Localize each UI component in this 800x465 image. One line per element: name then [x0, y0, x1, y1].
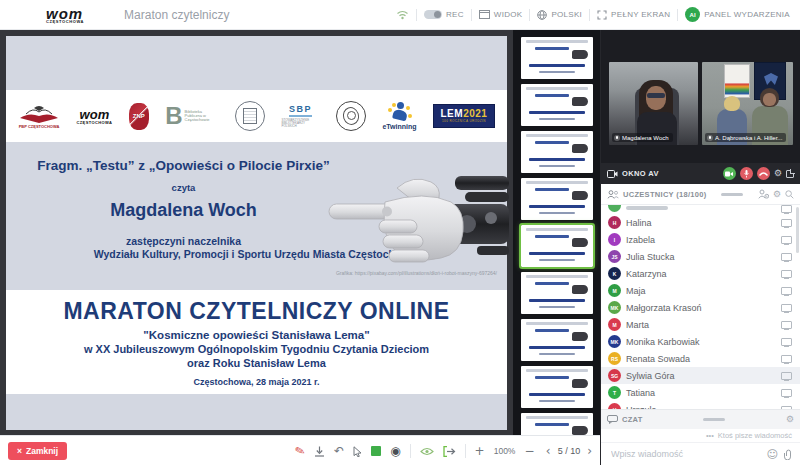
- zoom-in-button[interactable]: +: [475, 445, 485, 457]
- monitor-icon: [781, 338, 792, 346]
- emoji-icon[interactable]: ☺: [767, 449, 778, 460]
- top-bar: wom CZĘSTOCHOWA Maraton czytelniczy REC …: [0, 0, 800, 30]
- monitor-icon: [781, 304, 792, 312]
- slide-thumbnail-6[interactable]: [521, 272, 593, 314]
- participants-header: UCZESTNICY (18/100) ⚙: [601, 184, 800, 205]
- attachment-icon[interactable]: [783, 449, 792, 460]
- participant-row-partial[interactable]: [601, 205, 800, 214]
- ai-avatar: AI: [685, 7, 700, 22]
- slide-thumbnail-7[interactable]: [521, 319, 593, 361]
- logo-biblioteka-pedagogiczna-stamp: [235, 101, 265, 131]
- participant-row[interactable]: HHalina: [601, 214, 800, 231]
- wom-logo-city: CZĘSTOCHOWA: [46, 20, 84, 24]
- divider: [416, 9, 417, 21]
- slide-subtitle-1: "Kosmiczne opowieści Stanisława Lema": [6, 329, 507, 341]
- pointer-icon[interactable]: [353, 446, 362, 457]
- rec-toggle-switch[interactable]: [424, 10, 442, 19]
- search-icon[interactable]: [785, 190, 794, 199]
- video-tile-1[interactable]: Magdalena Woch: [609, 62, 698, 145]
- participant-avatar: RS: [608, 352, 621, 365]
- monitor-icon: [781, 389, 792, 397]
- popout-icon[interactable]: [786, 170, 794, 178]
- slide-thumbnail-5[interactable]: [521, 225, 593, 267]
- slide-date: Częstochowa, 28 maja 2021 r.: [6, 377, 507, 387]
- participant-name: Tatiana: [626, 388, 655, 398]
- slide-bottom-band: [6, 394, 507, 430]
- next-slide-button[interactable]: ›: [587, 445, 592, 457]
- participants-scrollbar[interactable]: [796, 207, 799, 253]
- slide-thumbnail-1[interactable]: [521, 37, 593, 79]
- close-button[interactable]: ×Zamknij: [8, 442, 67, 460]
- participant-name: Małgorzata Krasoń: [626, 303, 702, 313]
- side-panel: Magdalena Woch A. Dąbrowska i A. Hiller.…: [600, 30, 800, 465]
- participant-row[interactable]: MMarta: [601, 316, 800, 333]
- globe-icon: [537, 10, 547, 20]
- slide-thumbnail-8[interactable]: [521, 366, 593, 408]
- color-swatch[interactable]: [371, 446, 381, 456]
- chat-message-input[interactable]: [609, 448, 762, 460]
- participant-avatar: I: [608, 233, 621, 246]
- mic-off-button[interactable]: [740, 167, 753, 180]
- participant-row[interactable]: MKMałgorzata Krasoń: [601, 299, 800, 316]
- participant-avatar: K: [608, 267, 621, 280]
- drag-handle[interactable]: [721, 193, 743, 196]
- wom-logo: wom CZĘSTOCHOWA: [46, 6, 84, 24]
- hang-up-button[interactable]: [757, 167, 770, 180]
- divider: [410, 444, 411, 458]
- reader-role-line1: zastępczyni naczelnika: [6, 235, 361, 247]
- participant-avatar: [608, 205, 621, 212]
- current-slide: PBP CZĘSTOCHOWA wom CZĘSTOCHOWA ZNP B Bi…: [6, 36, 507, 430]
- mic-icon: [614, 135, 620, 141]
- av-settings-gear-icon[interactable]: ⚙: [774, 169, 782, 178]
- view-menu[interactable]: WIDOK: [479, 10, 523, 19]
- participant-row[interactable]: KKatarzyna: [601, 265, 800, 282]
- participant-row[interactable]: UUrszula: [601, 401, 800, 409]
- chat-bubble-icon: [607, 415, 618, 424]
- fragment-title: Fragm. „Testu” z „Opowieści o Pilocie Pi…: [6, 158, 361, 173]
- camera-on-button[interactable]: [723, 167, 736, 180]
- user-settings-icon[interactable]: [758, 189, 769, 199]
- participant-row[interactable]: IIzabela: [601, 231, 800, 248]
- laser-pointer-icon[interactable]: ◉: [390, 445, 400, 457]
- language-menu[interactable]: POLSKI: [537, 10, 582, 20]
- participant-row[interactable]: RSRenata Sowada: [601, 350, 800, 367]
- slide-logos-row: PBP CZĘSTOCHOWA wom CZĘSTOCHOWA ZNP B Bi…: [6, 90, 507, 142]
- participants-settings-gear-icon[interactable]: ⚙: [773, 190, 781, 199]
- slide-subtitle-3: oraz Roku Stanisław Lema: [6, 357, 507, 369]
- event-panel-button[interactable]: AIPANEL WYDARZENIA: [685, 7, 790, 22]
- top-bar-controls: REC WIDOK POLSKI PEŁNY EKRAN AIPANEL WYD…: [396, 7, 790, 22]
- view-label: WIDOK: [494, 10, 523, 19]
- fullscreen-button[interactable]: PEŁNY EKRAN: [597, 10, 670, 20]
- slide-thumbnail-9[interactable]: [521, 413, 593, 435]
- participant-name-clipped: [626, 206, 668, 210]
- eye-icon[interactable]: [420, 447, 434, 456]
- participant-row[interactable]: MMaja: [601, 282, 800, 299]
- participant-row[interactable]: TTatiana: [601, 384, 800, 401]
- logo-etwinning: eTwinning: [382, 102, 416, 130]
- participant-row[interactable]: MKMonika Karbowiak: [601, 333, 800, 350]
- video-tile-2[interactable]: A. Dąbrowska i A. Hiller...: [702, 62, 793, 145]
- slide-pager: ‹ 5 / 10 ›: [546, 436, 592, 465]
- download-icon[interactable]: [314, 446, 325, 457]
- participant-name: Marta: [626, 320, 649, 330]
- chat-header-label: CZAT: [622, 415, 643, 424]
- typing-indicator: ••• Ktoś pisze wiadomość: [601, 429, 800, 442]
- zoom-out-button[interactable]: −: [524, 445, 534, 457]
- chat-settings-gear-icon[interactable]: ⚙: [786, 415, 794, 424]
- participant-row[interactable]: JSJulia Stucka: [601, 248, 800, 265]
- undo-icon[interactable]: ↶: [334, 445, 344, 457]
- participant-row-selected[interactable]: SGSylwia Góra: [601, 367, 800, 384]
- participant-name: Sylwia Góra: [626, 371, 675, 381]
- export-slide-icon[interactable]: [443, 446, 456, 457]
- participant-name: Monika Karbowiak: [626, 337, 700, 347]
- drag-handle[interactable]: [703, 418, 725, 421]
- slide-thumbnail-4[interactable]: [521, 178, 593, 220]
- slide-thumbnail-3[interactable]: [521, 131, 593, 173]
- draw-tools-icon[interactable]: ✎: [294, 444, 307, 458]
- participant-avatar: M: [608, 318, 621, 331]
- slide-thumbnail-2[interactable]: [521, 84, 593, 126]
- participant-name: Urszula: [626, 405, 657, 410]
- rec-toggle[interactable]: REC: [424, 10, 464, 19]
- participant-avatar: JS: [608, 250, 621, 263]
- previous-slide-button[interactable]: ‹: [546, 445, 551, 457]
